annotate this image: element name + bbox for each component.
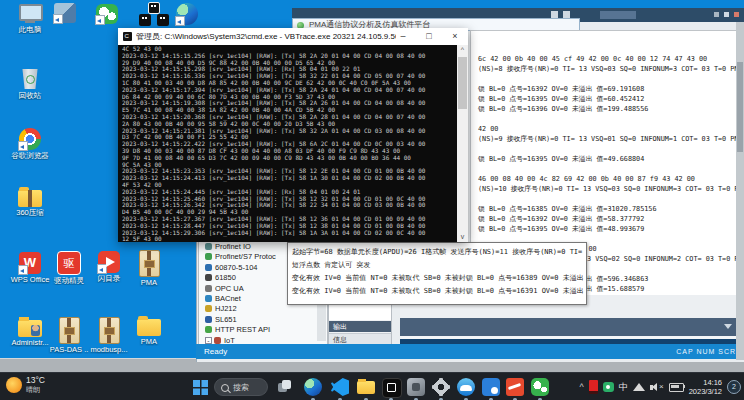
cmd-log-line: 12 5F 43 00 (122, 236, 456, 241)
http-rest-api-icon (205, 326, 212, 333)
apdu-detail-popup: 起始字节=68 数据单元长度(APDU)=26 I格式帧 发送序号(NS)=11… (287, 242, 587, 305)
cmd-scrollbar-thumb[interactable] (458, 57, 467, 109)
shortcut-arrow-icon (18, 141, 28, 151)
pma-status-bar: Ready CAP NUM SCRL (196, 344, 744, 359)
zip-archive-icon (99, 317, 120, 344)
collapsed-pane-bar[interactable] (400, 318, 744, 336)
search-label: 搜索 (233, 383, 249, 392)
opc-ua-icon (205, 285, 212, 292)
sl651-icon (205, 316, 212, 323)
weather-widget[interactable]: 13°C 晴朗 (6, 376, 45, 394)
minimize-button[interactable]: – (390, 28, 416, 45)
tree-item-label: SL651 (215, 315, 237, 324)
weather-condition: 晴朗 (26, 385, 45, 394)
desktop-icon-chrome[interactable]: 谷歌浏览器 (3, 128, 57, 160)
maximize-button[interactable]: □ (416, 28, 442, 45)
clock[interactable]: 14:16 2023/3/12 (689, 378, 722, 396)
desktop-icon-recycle-bin[interactable]: 回收站 (3, 66, 57, 100)
driver-genius-icon (57, 251, 81, 275)
cube-icon (54, 3, 76, 23)
weather-temp: 13°C (26, 376, 45, 385)
desktop-icon-wechat[interactable] (84, 4, 130, 24)
chevron-down-icon[interactable] (724, 324, 732, 329)
taskbar-tool-icon[interactable] (407, 378, 425, 396)
taskbar-browser-icon[interactable] (457, 378, 475, 396)
tree-item[interactable]: SL651 (205, 315, 325, 325)
shortcut-arrow-icon (53, 14, 63, 24)
taskbar-graphics-icon[interactable] (506, 378, 524, 396)
start-button[interactable] (193, 380, 208, 395)
taskbar-capcut-icon[interactable] (382, 378, 402, 398)
protocol-line: (NS)=8 接收序号(NR)=0 TI= 13 VSQ=03 SQ=0 INF… (478, 64, 738, 74)
battery-icon[interactable] (669, 383, 684, 392)
desktop-icon-label: PMA (124, 338, 174, 346)
tree-item-label: OPC UA (215, 284, 244, 293)
shortcut-arrow-icon (18, 265, 28, 275)
volume-muted-icon[interactable]: × (650, 383, 664, 392)
tab-info[interactable]: 信息 (329, 333, 391, 344)
status-ready-text: Ready (204, 344, 227, 359)
notification-center-button[interactable]: 2 (727, 380, 741, 394)
protocol-line (478, 74, 738, 84)
cmd-titlebar[interactable]: 管理员: C:\Windows\System32\cmd.exe - VBTra… (118, 28, 468, 45)
ime-indicator[interactable]: 中 (619, 381, 628, 394)
hj212-icon (205, 305, 212, 312)
this-pc-icon (18, 4, 42, 24)
taskbar-file-explorer-icon[interactable] (357, 381, 375, 394)
protocol-line: 锁 BL=0 点号=16392 OV=0 未溢出 值=69.191608 (478, 84, 738, 94)
desktop-icon-edge[interactable] (164, 3, 210, 25)
shortcut-arrow-icon (95, 15, 105, 25)
popup-line: 变化有效 IV=0 当前值 NT=0 未被取代 SB=0 未被封锁 BL=0 点… (292, 285, 587, 298)
desktop-icon-3d-tool[interactable] (42, 3, 88, 23)
desktop-icon-pma-folder[interactable]: PMA (124, 319, 174, 346)
search-icon (221, 384, 229, 392)
wechat-icon (96, 4, 118, 24)
background-scrollbar[interactable] (736, 22, 744, 360)
desktop-icon-pma-zip[interactable]: PMA (124, 250, 174, 287)
desktop-icon-label: 此电脑 (3, 26, 57, 34)
iec-60870-5-104-icon (205, 264, 212, 271)
user-folder-icon (18, 320, 42, 337)
tree-item-label: BACnet (215, 294, 241, 303)
tree-item[interactable]: HTTP REST API (205, 325, 325, 335)
close-button[interactable]: × (442, 28, 468, 45)
cmd-log-line: 9F 7D 41 00 08 40 00 65 D3 7C 42 00 09 4… (122, 155, 456, 162)
wifi-icon[interactable] (633, 383, 645, 392)
status-keylock-indicators: CAP NUM SCRL (676, 344, 741, 359)
tree-item-label: Profinet IO (215, 242, 251, 251)
zip-folder-icon (18, 190, 42, 207)
taskbar-settings-icon[interactable] (432, 378, 450, 396)
task-view-button[interactable] (276, 378, 294, 396)
cmd-window-title: 管理员: C:\Windows\System32\cmd.exe - VBTra… (136, 28, 396, 45)
tray-wechat-icon[interactable] (603, 382, 614, 392)
output-pane-header[interactable]: 输出 (329, 321, 391, 332)
tree-item-label: HJ212 (215, 304, 237, 313)
protocol-line: 6c 42 00 0b 40 00 45 cf 49 42 00 0c 40 0… (478, 54, 738, 64)
search-input[interactable]: 搜索 (214, 378, 268, 396)
cmd-scrollbar[interactable]: ^ v (457, 45, 468, 242)
protocol-line (478, 194, 738, 204)
tray-date: 2023/3/12 (689, 387, 722, 396)
popup-line: 短浮点数 肯定认可 突发 (292, 259, 587, 272)
protocol-line: (NS)=10 接收序号(NR)=0 TI= 13 VSQ=03 SQ=0 IN… (478, 184, 738, 194)
tree-item[interactable]: HJ212 (205, 304, 325, 314)
taskbar-pc-manager-icon[interactable] (482, 378, 500, 396)
bacnet-icon (205, 295, 212, 302)
desktop-icon-label: modbusp... (84, 346, 134, 354)
tray-expand-chevron-icon[interactable]: ^ (579, 382, 583, 392)
protocol-line (478, 144, 738, 154)
scroll-up-arrow[interactable]: ^ (457, 45, 468, 55)
taskbar-wechat-icon[interactable] (531, 378, 549, 396)
taskbar-edge-icon[interactable] (304, 378, 322, 396)
desktop-icon-360zip[interactable]: 360压缩 (3, 190, 57, 217)
system-tray: ^ 中 × 14:16 2023/3/12 2 (579, 373, 741, 400)
scroll-down-arrow[interactable]: v (457, 232, 468, 242)
background-window-accent (551, 11, 558, 18)
protocol-line: 46 00 08 40 00 4c 82 69 42 00 0b 40 00 8… (478, 174, 738, 184)
tree-expander-icon[interactable]: - (205, 337, 212, 344)
tray-app-icon[interactable] (589, 380, 598, 394)
background-scrollbar-thumb[interactable] (737, 62, 743, 152)
cmd-log-line: 2023-03-12 14:15:24.413 [srv_1ec104] [RA… (122, 175, 456, 182)
cmd-log-line: 2023-03-12 14:15:29.306 [srv_1ec104] [RA… (122, 230, 456, 237)
taskbar-vscode-icon[interactable] (331, 378, 349, 396)
